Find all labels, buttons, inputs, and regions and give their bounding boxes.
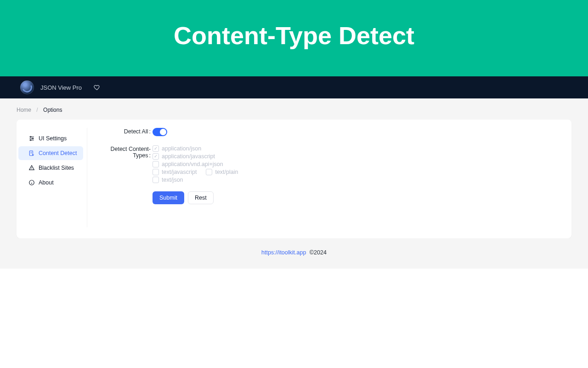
footer-link[interactable]: https://itoolkit.app: [261, 249, 306, 256]
app-logo-icon: [20, 80, 34, 94]
breadcrumb-home[interactable]: Home: [17, 107, 31, 113]
page-title: Content-Type Detect: [0, 21, 588, 50]
page-body: Home / Options UI Settings Content Detec…: [0, 98, 588, 269]
breadcrumb-current: Options: [43, 107, 62, 113]
content-type-option: text/javascript: [162, 169, 197, 175]
heart-icon[interactable]: [94, 84, 100, 91]
checkbox[interactable]: [153, 177, 159, 183]
checkbox[interactable]: [153, 145, 159, 152]
content-type-option: text/json: [162, 177, 183, 183]
checkbox[interactable]: [153, 153, 159, 160]
form-content: Detect All Detect Content-Types applicat…: [89, 128, 571, 227]
hero-banner: Content-Type Detect: [0, 0, 588, 76]
sidebar-item-label: UI Settings: [39, 135, 67, 142]
topbar: JSON View Pro: [0, 76, 588, 98]
sidebar: UI Settings Content Detect Blacklist Sit…: [17, 128, 87, 227]
breadcrumb: Home / Options: [17, 107, 571, 113]
options-card: UI Settings Content Detect Blacklist Sit…: [17, 120, 571, 238]
sidebar-item-about[interactable]: About: [18, 176, 83, 190]
sidebar-item-label: About: [39, 179, 54, 186]
svg-point-0: [30, 136, 31, 137]
sidebar-item-label: Content Detect: [39, 150, 77, 156]
footer: https://itoolkit.app ©2024: [17, 238, 571, 256]
sidebar-item-content-detect[interactable]: Content Detect: [18, 146, 83, 160]
content-type-option: application/json: [162, 145, 201, 152]
submit-button[interactable]: Submit: [153, 191, 184, 204]
sidebar-item-label: Blacklist Sites: [39, 165, 74, 171]
sidebar-item-blacklist-sites[interactable]: Blacklist Sites: [18, 161, 83, 175]
detect-all-toggle[interactable]: [153, 128, 167, 136]
checkbox[interactable]: [153, 169, 159, 175]
sidebar-item-ui-settings[interactable]: UI Settings: [18, 132, 83, 145]
content-type-option: application/javascript: [162, 153, 215, 160]
checkbox[interactable]: [153, 161, 159, 167]
content-type-option: application/vnd.api+json: [162, 161, 223, 167]
detect-content-types-label: Detect Content-Types: [96, 145, 151, 159]
svg-point-2: [30, 139, 31, 140]
content-type-option: text/plain: [215, 169, 238, 175]
content-types-group: application/json application/javascript …: [153, 145, 238, 204]
breadcrumb-separator: /: [36, 107, 38, 113]
app-name: JSON View Pro: [40, 84, 82, 91]
svg-point-1: [32, 138, 33, 139]
detect-all-label: Detect All: [96, 128, 151, 135]
footer-copyright: ©2024: [310, 249, 327, 256]
checkbox[interactable]: [206, 169, 212, 175]
reset-button[interactable]: Rest: [188, 191, 214, 204]
